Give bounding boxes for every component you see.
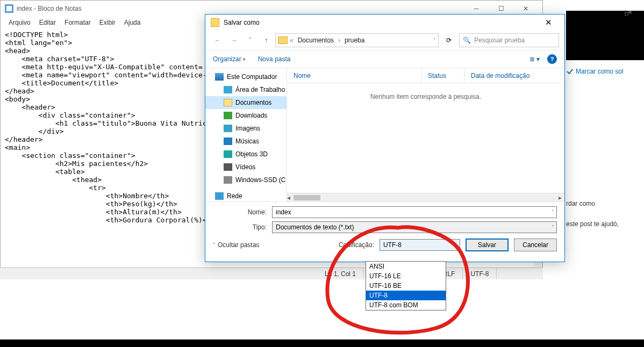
tree-label: Windows-SSD (C — [235, 176, 285, 184]
check-icon — [566, 68, 574, 75]
status-position: Ln 1, Col 1 — [317, 268, 364, 279]
file-list-hscroll[interactable]: ◂▸ — [287, 193, 564, 201]
filename-value: index — [276, 208, 291, 216]
col-modified[interactable]: Data de modificação — [464, 68, 564, 83]
folder-icon — [278, 37, 288, 44]
save-button[interactable]: Salvar — [466, 238, 509, 251]
status-encoding: UTF-8 — [463, 268, 497, 279]
encoding-label: Codificação: — [339, 241, 374, 249]
tree-label: Rede — [227, 192, 242, 200]
tree-ssd[interactable]: Windows-SSD (C — [205, 174, 287, 186]
folder-icon — [211, 18, 219, 27]
black-bar — [0, 339, 644, 347]
disk-icon — [224, 176, 232, 184]
tree-label: Objetos 3D — [235, 150, 268, 158]
file-list-empty: Nenhum item corresponde à pesquisa. — [287, 83, 564, 100]
notepad-icon — [5, 4, 13, 13]
tree-this-pc[interactable]: Este Computador — [205, 70, 287, 83]
hide-folders-button[interactable]: ˄ Ocultar pastas — [213, 241, 259, 249]
share-icon[interactable] — [624, 11, 633, 20]
dialog-toolbar: Organizar ▾ Nova pasta ≣ ▾ ? — [205, 50, 564, 68]
new-folder-button[interactable]: Nova pasta — [258, 55, 291, 63]
menu-edit[interactable]: Editar — [35, 18, 60, 27]
network-icon — [215, 192, 224, 200]
filename-input[interactable]: index ˅ — [272, 206, 557, 218]
encoding-combo[interactable]: UTF-8 ˅ — [380, 239, 460, 251]
downloads-icon — [224, 112, 232, 119]
nav-recent-button[interactable]: ˅ — [243, 33, 257, 47]
nav-up-button[interactable]: ↑ — [259, 33, 273, 47]
dialog-titlebar: Salvar como ✕ — [205, 15, 564, 31]
images-icon — [224, 125, 232, 132]
documents-icon — [224, 99, 232, 106]
filetype-combo[interactable]: Documentos de texto (*.txt) ˅ — [272, 221, 557, 233]
menu-view[interactable]: Exibir — [96, 18, 119, 27]
tree-label: Imagens — [235, 125, 260, 132]
tree-images[interactable]: Imagens — [205, 122, 287, 135]
encoding-option-utf16le[interactable]: UTF-16 LE — [366, 271, 446, 281]
dialog-navbar: ← → ˅ ↑ « Documentos › prueba ˅ ⟳ 🔍 Pesq… — [205, 31, 564, 50]
background-page: Marcar como sol rdar como este post te a… — [566, 11, 644, 279]
pc-icon — [215, 73, 224, 81]
mark-solution-label: Marcar como sol — [576, 68, 624, 75]
tree-desktop[interactable]: Área de Trabalho — [205, 83, 287, 96]
encoding-value: UTF-8 — [383, 241, 402, 249]
breadcrumb-documents[interactable]: Documentos — [296, 37, 336, 44]
save-as-dialog: Salvar como ✕ ← → ˅ ↑ « Documentos › pru… — [205, 14, 565, 262]
context-line1: rdar como — [566, 199, 644, 208]
tree-music[interactable]: Músicas — [205, 135, 287, 148]
tree-downloads[interactable]: Downloads — [205, 109, 287, 122]
filetype-value: Documentos de texto (*.txt) — [276, 223, 354, 231]
dialog-title: Salvar como — [224, 19, 260, 26]
menu-help[interactable]: Ajuda — [120, 18, 145, 27]
breadcrumb-prueba[interactable]: prueba — [342, 37, 367, 44]
desktop-icon — [224, 86, 232, 93]
encoding-option-utf8bom[interactable]: UTF-8 com BOM — [366, 300, 446, 310]
help-button[interactable]: ? — [547, 54, 557, 64]
encoding-option-utf8[interactable]: UTF-8 — [366, 291, 446, 300]
file-list-header: Nome Status Data de modificação — [287, 68, 564, 83]
nav-back-button[interactable]: ← — [211, 33, 225, 47]
breadcrumb-bar[interactable]: « Documentos › prueba ˅ — [275, 33, 439, 47]
chevron-right-icon: › — [338, 37, 340, 44]
menu-file[interactable]: Arquivo — [5, 18, 34, 27]
refresh-button[interactable]: ⟳ — [441, 33, 457, 47]
objects3d-icon — [224, 150, 232, 158]
search-placeholder: Pesquisar prueba — [474, 37, 525, 44]
col-name[interactable]: Nome — [287, 68, 421, 83]
tree-network[interactable]: Rede — [205, 190, 287, 201]
chevron-down-icon[interactable]: ˅ — [552, 209, 554, 215]
chevron-down-icon[interactable]: ˅ — [433, 38, 436, 43]
cancel-button[interactable]: Cancelar — [514, 238, 557, 251]
search-input[interactable]: 🔍 Pesquisar prueba — [459, 33, 559, 47]
music-icon — [224, 138, 232, 145]
tree-label: Área de Trabalho — [235, 86, 285, 93]
breadcrumb-sep: « — [290, 37, 294, 44]
encoding-option-ansi[interactable]: ANSI — [366, 262, 446, 271]
nav-forward-button[interactable]: → — [227, 33, 241, 47]
tree-label: Documentos — [235, 99, 271, 106]
organize-menu[interactable]: Organizar ▾ — [213, 55, 245, 63]
folder-tree: Este Computador Área de Trabalho Documen… — [205, 68, 287, 201]
view-options-button[interactable]: ≣ ▾ — [529, 55, 540, 63]
context-text: rdar como este post te ajudó, — [566, 199, 644, 229]
organize-label: Organizar — [213, 55, 241, 63]
file-list: Nome Status Data de modificação Nenhum i… — [287, 68, 564, 201]
tree-label: Este Computador — [227, 73, 277, 81]
filename-label: Nome: — [213, 208, 272, 216]
menu-format[interactable]: Formatar — [61, 18, 95, 27]
chevron-down-icon[interactable]: ˅ — [552, 225, 554, 230]
chevron-down-icon: ▾ — [243, 57, 245, 62]
search-icon: 🔍 — [463, 37, 471, 44]
encoding-dropdown-list: ANSI UTF-16 LE UTF-16 BE UTF-8 UTF-8 com… — [366, 261, 446, 310]
videos-icon — [224, 163, 232, 171]
encoding-option-utf16be[interactable]: UTF-16 BE — [366, 281, 446, 291]
tree-label: Downloads — [235, 112, 267, 119]
mark-solution-button[interactable]: Marcar como sol — [566, 68, 644, 75]
col-status[interactable]: Status — [421, 68, 464, 83]
tree-documents[interactable]: Documentos — [205, 96, 287, 109]
tree-videos[interactable]: Vídeos — [205, 161, 287, 174]
tree-3d-objects[interactable]: Objetos 3D — [205, 148, 287, 161]
dialog-close-button[interactable]: ✕ — [538, 15, 559, 30]
chevron-down-icon[interactable]: ˅ — [455, 242, 457, 248]
